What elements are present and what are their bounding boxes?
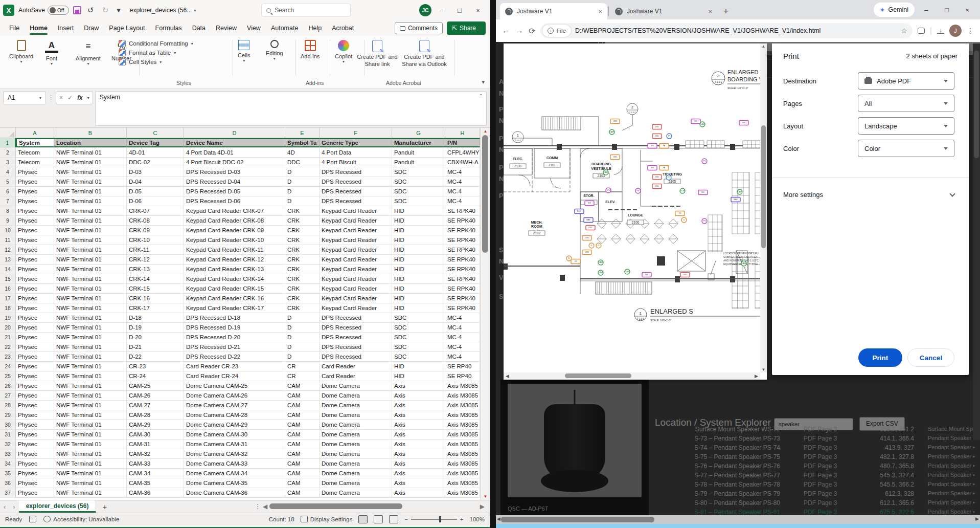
cell-styles-button[interactable]: Cell Styles▾ [119, 58, 193, 65]
cell[interactable]: DPS Recessed [320, 333, 392, 342]
cell[interactable]: Physec [16, 216, 54, 225]
cell[interactable]: Dome Camera [320, 410, 392, 420]
cell[interactable]: SE RP40 [445, 371, 480, 381]
cell[interactable]: Keypad Card Reader CRK-17 [184, 303, 285, 313]
cell[interactable]: Dome Camera [320, 391, 392, 400]
cell[interactable]: Dome Camera CAM-33 [184, 459, 285, 468]
cell[interactable]: NWF Terminal 01 [54, 216, 127, 225]
file-scheme-chip[interactable]: i File [542, 25, 571, 37]
cell[interactable]: Axis M3085 [445, 391, 480, 400]
cell[interactable]: Generic Type [320, 138, 392, 147]
cell[interactable]: Card Reader CR-24 [184, 371, 285, 381]
cell[interactable]: CRK [285, 245, 320, 254]
cell[interactable]: 4 Port Data [320, 148, 392, 157]
cell[interactable]: Axis M3085 [445, 420, 480, 429]
cell[interactable]: NWF Terminal 01 [54, 274, 127, 283]
cell[interactable]: CR-24 [127, 371, 184, 381]
cell[interactable]: NWF Terminal 01 [54, 401, 127, 410]
cell[interactable]: MC-4 [445, 333, 480, 342]
conditional-formatting-button[interactable]: Conditional Formatting▾ [119, 40, 193, 47]
cell[interactable]: DPS Recessed [320, 187, 392, 196]
cell[interactable]: DPS Recessed D-18 [184, 313, 285, 322]
sheet-next-icon[interactable]: › [9, 503, 18, 511]
cell[interactable]: NWF Terminal 01 [54, 235, 127, 245]
preview-vscroll-thumb[interactable] [761, 125, 766, 248]
cell[interactable]: Manufacturer [392, 138, 445, 147]
cell[interactable]: Physec [16, 303, 54, 313]
pages-select[interactable]: All [858, 95, 954, 112]
cell[interactable]: Axis [392, 469, 445, 478]
cell[interactable]: Axis M3085 [445, 449, 480, 458]
cell[interactable]: CRK [285, 265, 320, 274]
cell[interactable]: DPS Recessed [320, 352, 392, 361]
redo-icon[interactable]: ↻ [100, 6, 111, 15]
row-header-12[interactable]: 12 [0, 245, 16, 254]
column-header-B[interactable]: B [54, 128, 127, 138]
row-header-28[interactable]: 28 [0, 401, 16, 410]
cell[interactable]: Physec [16, 265, 54, 274]
clipboard-group-button[interactable]: Clipboard▾ [9, 40, 33, 64]
format-as-table-button[interactable]: Format as Table▾ [119, 49, 193, 56]
cell[interactable]: DPS Recessed D-05 [184, 187, 285, 196]
row-header-14[interactable]: 14 [0, 265, 16, 274]
cell[interactable]: Axis [392, 381, 445, 390]
column-header-D[interactable]: D [184, 128, 285, 138]
row-header-2[interactable]: 2 [0, 148, 16, 157]
cell[interactable]: NWF Terminal 01 [54, 284, 127, 293]
cell[interactable]: CAM [285, 430, 320, 439]
cell[interactable]: DPS Recessed D-21 [184, 342, 285, 351]
cell[interactable]: Physec [16, 167, 54, 177]
cell[interactable]: Keypad Card Reader [320, 235, 392, 245]
print-button[interactable]: Print [858, 348, 902, 367]
cell[interactable]: Keypad Card Reader CRK-09 [184, 226, 285, 235]
row-header-17[interactable]: 17 [0, 294, 16, 303]
cell[interactable]: CAM-29 [127, 420, 184, 429]
cell[interactable]: Physec [16, 284, 54, 293]
cell[interactable]: Panduit [392, 158, 445, 167]
ribbon-tab-draw[interactable]: Draw [79, 22, 104, 34]
cell[interactable]: Dome Camera [320, 401, 392, 410]
cell[interactable]: CAM-28 [127, 410, 184, 420]
ribbon-tab-page-layout[interactable]: Page Layout [104, 22, 150, 34]
cell[interactable]: NWF Terminal 01 [54, 381, 127, 390]
cell[interactable]: Physec [16, 439, 54, 449]
cell[interactable]: CBX4WH-A [445, 158, 480, 167]
row-header-21[interactable]: 21 [0, 333, 16, 342]
cell[interactable]: Axis M3085 [445, 469, 480, 478]
browser-profile-avatar[interactable]: J [949, 25, 962, 37]
ribbon-tab-data[interactable]: Data [187, 22, 211, 34]
row-header-10[interactable]: 10 [0, 226, 16, 235]
cell[interactable]: Physec [16, 410, 54, 420]
page-horizontal-scrollbar[interactable]: ◀▶ [496, 515, 980, 524]
page-hscroll-thumb[interactable] [501, 517, 654, 522]
cell[interactable]: CAM [285, 401, 320, 410]
zoom-level[interactable]: 100% [470, 516, 485, 522]
cell[interactable]: Keypad Card Reader [320, 216, 392, 225]
cell[interactable]: CRK-17 [127, 303, 184, 313]
cell[interactable]: CRK [285, 274, 320, 283]
row-header-19[interactable]: 19 [0, 313, 16, 322]
cell[interactable]: Axis M3085 [445, 439, 480, 449]
cell[interactable]: P/N [445, 138, 480, 147]
cell[interactable]: Dome Camera CAM-27 [184, 401, 285, 410]
cell[interactable]: Physec [16, 430, 54, 439]
cell[interactable]: D [285, 187, 320, 196]
row-header-24[interactable]: 24 [0, 362, 16, 371]
row-header-23[interactable]: 23 [0, 352, 16, 361]
cell[interactable]: Physec [16, 449, 54, 458]
cell[interactable]: D [285, 196, 320, 206]
page-layout-view-icon[interactable] [374, 515, 383, 523]
cell[interactable]: Physec [16, 196, 54, 206]
cell[interactable]: 4 Port Data 4D-01 [184, 148, 285, 157]
destination-select[interactable]: Adobe PDF [858, 72, 954, 90]
cell[interactable]: CAM-33 [127, 459, 184, 468]
cell[interactable]: SDC [392, 323, 445, 332]
ribbon-tab-acrobat[interactable]: Acrobat [327, 22, 359, 34]
cell[interactable]: Keypad Card Reader [320, 284, 392, 293]
cell[interactable]: Axis [392, 459, 445, 468]
cell[interactable]: NWF Terminal 01 [54, 410, 127, 420]
cell[interactable]: MC-4 [445, 187, 480, 196]
row-header-35[interactable]: 35 [0, 469, 16, 478]
cell[interactable]: D [285, 323, 320, 332]
cell[interactable]: Dome Camera CAM-26 [184, 391, 285, 400]
